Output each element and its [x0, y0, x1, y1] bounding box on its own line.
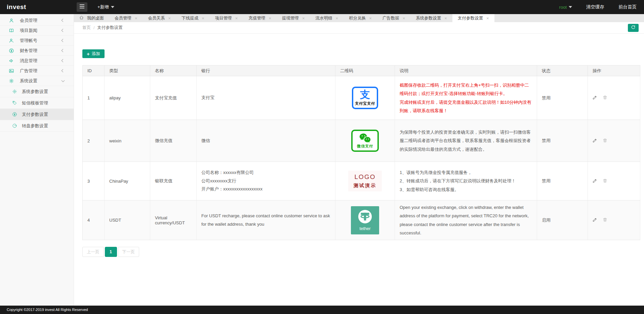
clear-cache-link[interactable]: 清空缓存 — [586, 4, 604, 10]
brand-logo: invest — [0, 3, 74, 11]
tab-label: 会员管理 — [115, 15, 131, 21]
cell-id: 3 — [83, 162, 105, 200]
tab-label: 项目管理 — [215, 15, 232, 21]
tab-system-params[interactable]: 系统参数设置× — [410, 14, 452, 22]
hamburger-icon — [79, 4, 85, 10]
column-header-bank: 银行 — [197, 65, 335, 76]
tab-downline-commission[interactable]: 下线提成× — [176, 14, 210, 22]
page-1-button[interactable]: 1 — [105, 247, 117, 257]
edit-button[interactable] — [593, 138, 597, 144]
sidebar-item-label: 会员管理 — [20, 17, 37, 24]
sidebar-item-label: 财务管理 — [20, 48, 37, 54]
sidebar-item-messages[interactable]: 消息管理 — [0, 56, 74, 66]
cell-name: Virtual currency/USDT — [150, 200, 197, 240]
cell-actions — [588, 76, 640, 120]
delete-button[interactable] — [603, 217, 607, 223]
sidebar-item-label: 消息管理 — [20, 58, 37, 64]
cell-bank: 公司名称：xxxxxx有限公司 公司xxxxxxxx支行 开户账户：xxxxxx… — [197, 162, 335, 200]
sidebar-subitem-sms-templates[interactable]: 短信模板管理 — [0, 97, 74, 109]
tab-points-exchange[interactable]: 积分兑换× — [344, 14, 377, 22]
sidebar-item-finance[interactable]: 财务管理 — [0, 46, 74, 56]
tab-member-relations[interactable]: 会员关系× — [143, 14, 176, 22]
table-header-row: ID 类型 名称 银行 二维码 说明 状态 操作 — [83, 65, 640, 76]
refresh-button[interactable] — [628, 24, 639, 32]
close-icon[interactable]: × — [302, 16, 305, 20]
close-icon[interactable]: × — [369, 16, 372, 20]
cell-actions — [588, 200, 640, 240]
cell-qrcode: LOGO 测试演示 — [335, 162, 395, 200]
sidebar-item-members[interactable]: 会员管理 — [0, 15, 74, 26]
new-dropdown[interactable]: +新增 — [97, 4, 114, 10]
sidebar-item-admin-accounts[interactable]: 管理帐号 — [0, 36, 74, 46]
edit-button[interactable] — [593, 95, 597, 101]
cell-status: 禁用 — [537, 76, 588, 120]
edit-button[interactable] — [593, 217, 597, 223]
chevron-left-icon — [62, 19, 65, 22]
gear-icon — [12, 89, 17, 94]
chevron-down-icon — [111, 6, 114, 8]
column-header-qrcode: 二维码 — [335, 65, 395, 76]
tab-label: 流水明细 — [316, 15, 332, 21]
close-icon[interactable]: × — [269, 16, 271, 20]
book-icon — [9, 28, 14, 33]
close-icon[interactable]: × — [135, 16, 137, 20]
tab-label: 下线提成 — [182, 15, 198, 21]
add-button-label: 添加 — [92, 51, 100, 57]
close-icon[interactable]: × — [403, 16, 405, 20]
tab-members[interactable]: 会员管理× — [109, 14, 143, 22]
tab-flow-details[interactable]: 流水明细× — [310, 14, 344, 22]
sidebar-subitem-payment-params[interactable]: 支付参数设置 — [0, 109, 74, 120]
sidebar-subitem-system-params[interactable]: 系统参数设置 — [0, 86, 74, 97]
chevron-left-icon — [62, 29, 65, 32]
tab-recharge[interactable]: 充值管理× — [243, 14, 277, 22]
pagination: 上一页 1 下一页 — [82, 247, 640, 257]
payment-params-table: ID 类型 名称 银行 二维码 说明 状态 操作 1 alipay 支付宝充值 … — [82, 65, 640, 240]
cell-actions — [588, 120, 640, 162]
wechat-pay-label: 微信支付 — [354, 144, 376, 149]
cell-id: 1 — [83, 76, 105, 120]
close-icon[interactable]: × — [444, 16, 447, 20]
plus-icon: + — [87, 51, 90, 56]
close-icon[interactable]: × — [486, 16, 489, 20]
add-button[interactable]: + 添加 — [82, 49, 105, 58]
front-home-link[interactable]: 前台首页 — [618, 4, 637, 10]
delete-button[interactable] — [603, 95, 607, 101]
tab-payment-params[interactable]: 支付参数设置× — [452, 14, 494, 22]
tab-withdrawal[interactable]: 提现管理× — [277, 14, 310, 22]
tab-my-desktop[interactable]: 我的桌面 — [74, 14, 109, 22]
wechat-bubble-icon — [354, 133, 376, 143]
tether-label: tether — [359, 226, 370, 231]
breadcrumb-home[interactable]: 首页 — [82, 25, 91, 31]
cell-type: USDT — [105, 200, 150, 240]
tab-projects[interactable]: 项目管理× — [210, 14, 243, 22]
yen-circle-icon — [12, 112, 17, 117]
logo-subtitle: 测试演示 — [354, 183, 376, 189]
sidebar-item-ads[interactable]: 广告管理 — [0, 66, 74, 76]
prev-page-button[interactable]: 上一页 — [82, 247, 104, 257]
sidebar: 会员管理 项目新闻 管理帐号 财务管理 消息管理 广告管理 系统设置 系统参数设… — [0, 14, 74, 306]
close-icon[interactable]: × — [235, 16, 238, 20]
sidebar-item-label: 系统参数设置 — [22, 89, 48, 95]
close-icon[interactable]: × — [336, 16, 338, 20]
delete-button[interactable] — [603, 178, 607, 184]
delete-button[interactable] — [603, 138, 607, 144]
tab-ad-data[interactable]: 广告数据× — [377, 14, 411, 22]
cell-name: 微信充值 — [150, 120, 197, 162]
close-icon[interactable]: × — [202, 16, 204, 20]
tab-label: 支付参数设置 — [458, 15, 483, 21]
sidebar-item-project-news[interactable]: 项目新闻 — [0, 26, 74, 36]
close-icon[interactable]: × — [168, 16, 171, 20]
cell-id: 2 — [83, 120, 105, 162]
next-page-button[interactable]: 下一页 — [118, 247, 139, 257]
column-header-type: 类型 — [105, 65, 150, 76]
alipay-label: 支付宝支付 — [355, 101, 375, 106]
sidebar-toggle-button[interactable] — [77, 2, 87, 12]
cell-name: 银联充值 — [150, 162, 197, 200]
chevron-left-icon — [62, 49, 65, 52]
sidebar-item-label: 支付参数设置 — [22, 111, 48, 118]
user-menu[interactable]: root — [559, 5, 572, 10]
edit-button[interactable] — [593, 178, 597, 184]
sidebar-subitem-wheel-params[interactable]: 转盘参数设置 — [0, 120, 74, 132]
sidebar-item-system-settings[interactable]: 系统设置 — [0, 76, 74, 86]
cell-qrcode: tether — [335, 200, 395, 240]
